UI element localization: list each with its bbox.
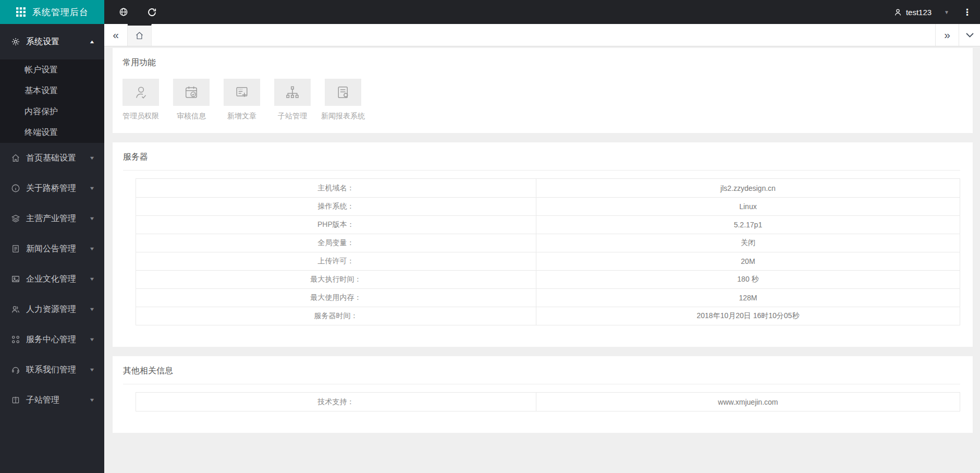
gear-icon xyxy=(10,37,20,47)
sidebar: 系统设置 ▲ 帐户设置 基本设置 内容保护 终端设置 首页基础设置 ▼ xyxy=(0,24,104,473)
divider xyxy=(123,384,960,384)
user-menu[interactable]: test123 xyxy=(893,8,932,17)
user-check-icon xyxy=(123,79,159,106)
divider xyxy=(123,170,960,171)
caret-down-icon: ▼ xyxy=(89,367,95,372)
brand-header[interactable]: 系统管理后台 xyxy=(0,0,104,24)
sidebar-item-label: 联系我们管理 xyxy=(26,365,90,375)
table-row: 技术支持： www.xmjuejin.com xyxy=(136,393,960,411)
sidebar-item-news[interactable]: 新闻公告管理 ▼ xyxy=(0,234,104,264)
sidebar-item-contact[interactable]: 联系我们管理 ▼ xyxy=(0,355,104,385)
tabs-scroll-left-button[interactable]: « xyxy=(104,24,128,46)
command-icon xyxy=(10,335,20,345)
user-icon xyxy=(893,8,902,17)
sidebar-item-label: 首页基础设置 xyxy=(26,153,90,164)
sidebar-item-label: 人力资源管理 xyxy=(26,304,90,315)
caret-down-icon[interactable]: ▼ xyxy=(944,9,949,15)
row-value: 关闭 xyxy=(536,234,960,252)
sidebar-subitem-account[interactable]: 帐户设置 xyxy=(0,59,104,80)
quick-tile-news-report[interactable]: 新闻报表系统 xyxy=(325,79,361,121)
sidebar-item-industry[interactable]: 主营产业管理 ▼ xyxy=(0,203,104,234)
caret-down-icon: ▼ xyxy=(89,307,95,312)
sidebar-item-system-settings[interactable]: 系统设置 ▲ xyxy=(0,24,104,59)
system-settings-submenu: 帐户设置 基本设置 内容保护 终端设置 xyxy=(0,59,104,143)
quick-tile-label: 新闻报表系统 xyxy=(321,112,365,121)
row-value: 128M xyxy=(536,289,960,307)
table-row: 全局变量： 关闭 xyxy=(136,234,960,252)
calendar-check-icon xyxy=(173,79,210,106)
grid-icon xyxy=(16,7,26,17)
sitemap-icon xyxy=(274,79,311,106)
sidebar-item-service-center[interactable]: 服务中心管理 ▼ xyxy=(0,324,104,355)
tabs-scroll-right-button[interactable]: » xyxy=(935,24,959,46)
sidebar-item-label: 企业文化管理 xyxy=(26,274,90,285)
file-gear-icon xyxy=(325,79,361,106)
quick-tile-label: 管理员权限 xyxy=(123,112,159,121)
quick-tile-new-article[interactable]: 新增文章 xyxy=(224,79,260,121)
sidebar-item-hr[interactable]: 人力资源管理 ▼ xyxy=(0,294,104,324)
username: test123 xyxy=(906,8,932,17)
tabs-collapse-button[interactable] xyxy=(959,24,980,46)
sidebar-item-label: 服务中心管理 xyxy=(26,334,90,345)
row-value: Linux xyxy=(536,198,960,215)
sidebar-item-about[interactable]: 关于路桥管理 ▼ xyxy=(0,173,104,203)
main-content: 常用功能 管理员权限 xyxy=(104,46,980,473)
other-info-panel: 其他相关信息 技术支持： www.xmjuejin.com xyxy=(113,356,973,433)
quick-tiles: 管理员权限 审核信息 xyxy=(123,79,962,121)
quick-tile-label: 子站管理 xyxy=(278,112,307,121)
sidebar-subitem-content-protect[interactable]: 内容保护 xyxy=(0,101,104,122)
table-row: 主机域名： jls2.zzydesign.cn xyxy=(136,179,960,197)
other-info-table: 技术支持： www.xmjuejin.com xyxy=(136,392,960,411)
server-panel: 服务器 主机域名： jls2.zzydesign.cn 操作系统： Linux … xyxy=(113,142,973,347)
row-label: 最大执行时间： xyxy=(136,271,536,288)
caret-down-icon: ▼ xyxy=(89,246,95,251)
caret-down-icon: ▼ xyxy=(89,397,95,403)
refresh-icon[interactable] xyxy=(143,0,161,24)
row-label: 上传许可： xyxy=(136,252,536,270)
sidebar-subitem-basic[interactable]: 基本设置 xyxy=(0,80,104,101)
server-title: 服务器 xyxy=(123,152,960,163)
row-label: 技术支持： xyxy=(136,393,536,411)
table-row: 服务器时间： 2018年10月20日 16时10分05秒 xyxy=(136,307,960,325)
sidebar-item-label: 主营产业管理 xyxy=(26,213,90,224)
quick-functions-panel: 常用功能 管理员权限 xyxy=(113,48,973,133)
row-label: 全局变量： xyxy=(136,234,536,252)
row-value: 20M xyxy=(536,252,960,270)
other-info-title: 其他相关信息 xyxy=(123,366,960,377)
caret-down-icon: ▼ xyxy=(89,155,95,161)
file-text-icon xyxy=(10,244,20,254)
row-value: 2018年10月20日 16时10分05秒 xyxy=(536,307,960,325)
row-label: 主机域名： xyxy=(136,179,536,197)
topbar: test123 ▼ ⋮ xyxy=(104,0,980,24)
info-icon xyxy=(10,184,20,193)
sidebar-item-culture[interactable]: 企业文化管理 ▼ xyxy=(0,264,104,294)
image-icon xyxy=(10,274,20,284)
chevron-down-icon xyxy=(966,33,974,38)
home-icon xyxy=(10,153,20,163)
row-value: jls2.zzydesign.cn xyxy=(536,179,960,197)
home-icon xyxy=(135,31,144,40)
quick-functions-title: 常用功能 xyxy=(123,57,962,68)
quick-tile-admin-permission[interactable]: 管理员权限 xyxy=(123,79,159,121)
quick-tile-review-info[interactable]: 审核信息 xyxy=(173,79,210,121)
row-label: 服务器时间： xyxy=(136,307,536,325)
tabbar-spacer xyxy=(152,24,935,46)
sidebar-item-label: 新闻公告管理 xyxy=(26,244,90,254)
layers-icon xyxy=(10,214,20,224)
table-row: 最大执行时间： 180 秒 xyxy=(136,270,960,288)
sidebar-item-subsite[interactable]: 子站管理 ▼ xyxy=(0,385,104,415)
quick-tile-label: 审核信息 xyxy=(177,112,206,121)
tab-home[interactable] xyxy=(128,24,152,46)
quick-tile-subsite[interactable]: 子站管理 xyxy=(274,79,311,121)
admin-app: 系统管理后台 test123 ▼ ⋮ xyxy=(0,0,980,473)
caret-up-icon: ▲ xyxy=(89,39,95,44)
row-value: 5.2.17p1 xyxy=(536,216,960,234)
globe-icon[interactable] xyxy=(115,0,132,24)
brand-title: 系统管理后台 xyxy=(32,6,89,18)
topbar-right: test123 ▼ ⋮ xyxy=(893,7,980,18)
sidebar-subitem-terminal[interactable]: 终端设置 xyxy=(0,122,104,143)
kebab-menu-icon[interactable]: ⋮ xyxy=(963,7,972,18)
quick-tile-label: 新增文章 xyxy=(227,112,256,121)
sidebar-item-home-settings[interactable]: 首页基础设置 ▼ xyxy=(0,143,104,173)
sidebar-item-label: 关于路桥管理 xyxy=(26,183,90,194)
